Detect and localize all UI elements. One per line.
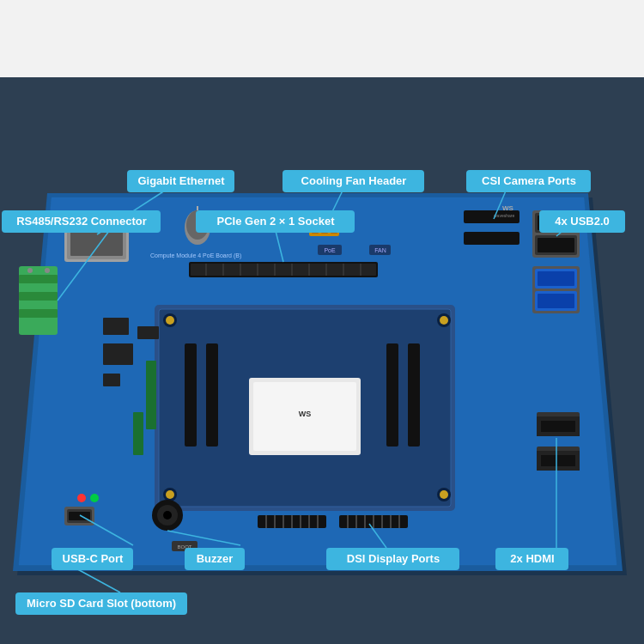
svg-rect-96 xyxy=(146,361,156,429)
svg-text:Buzzer: Buzzer xyxy=(197,552,234,565)
svg-rect-7 xyxy=(19,292,58,301)
svg-rect-67 xyxy=(541,455,575,466)
svg-rect-60 xyxy=(538,271,574,286)
svg-point-10 xyxy=(45,268,50,273)
svg-text:waveshare: waveshare xyxy=(494,213,514,218)
svg-rect-61 xyxy=(538,294,574,308)
svg-text:Gigabit Ethernet: Gigabit Ethernet xyxy=(137,174,225,187)
header-background xyxy=(0,0,644,82)
svg-rect-92 xyxy=(103,318,129,335)
svg-rect-95 xyxy=(103,374,120,386)
svg-text:RS485/RS232 Connector: RS485/RS232 Connector xyxy=(16,215,147,228)
svg-rect-97 xyxy=(133,412,143,455)
svg-point-9 xyxy=(27,268,33,273)
board-diagram: WS xyxy=(0,77,644,644)
svg-rect-46 xyxy=(206,343,218,447)
svg-rect-64 xyxy=(541,421,575,432)
svg-point-101 xyxy=(90,494,99,502)
svg-text:PoE: PoE xyxy=(324,247,336,253)
svg-text:DSI Display Ports: DSI Display Ports xyxy=(347,552,440,565)
svg-text:Micro SD Card Slot (bottom): Micro SD Card Slot (bottom) xyxy=(27,597,176,610)
svg-point-40 xyxy=(440,316,448,325)
svg-point-38 xyxy=(166,316,174,325)
svg-text:Cooling Fan Header: Cooling Fan Header xyxy=(301,174,407,187)
svg-text:USB-C Port: USB-C Port xyxy=(63,552,124,565)
svg-text:WS: WS xyxy=(502,204,514,212)
svg-rect-94 xyxy=(103,343,133,365)
svg-point-42 xyxy=(166,490,174,499)
svg-text:Compute Module 4 PoE Board (B): Compute Module 4 PoE Board (B) xyxy=(150,252,241,259)
svg-rect-48 xyxy=(408,343,420,447)
svg-point-100 xyxy=(77,494,86,502)
svg-text:PCIe Gen 2 × 1 Socket: PCIe Gen 2 × 1 Socket xyxy=(217,215,336,228)
svg-rect-24 xyxy=(191,264,376,276)
svg-text:CSI Camera Ports: CSI Camera Ports xyxy=(482,174,576,187)
svg-text:4x USB2.0: 4x USB2.0 xyxy=(555,215,610,228)
svg-point-88 xyxy=(163,511,172,519)
svg-point-44 xyxy=(440,490,448,499)
svg-rect-45 xyxy=(185,343,197,447)
svg-rect-93 xyxy=(137,326,159,339)
svg-rect-85 xyxy=(464,232,519,245)
svg-rect-8 xyxy=(19,309,58,318)
page-background: Rich Peripheral Connectors Onboard Conne… xyxy=(0,0,644,644)
svg-text:WS: WS xyxy=(299,410,312,418)
svg-text:2x HDMI: 2x HDMI xyxy=(510,552,554,565)
svg-text:FAN: FAN xyxy=(374,247,386,253)
svg-rect-56 xyxy=(538,238,574,252)
svg-rect-47 xyxy=(386,343,398,447)
svg-rect-6 xyxy=(19,275,58,283)
